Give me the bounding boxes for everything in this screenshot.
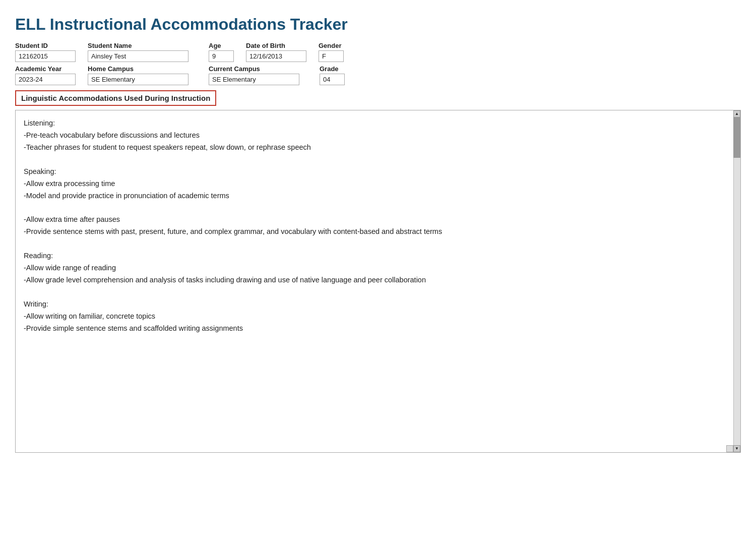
current-campus-label: Current Campus	[209, 65, 299, 74]
age-cell: Age 9	[209, 42, 234, 62]
grade-value: 04	[320, 74, 345, 85]
student-name-value: Ainsley Test	[88, 50, 188, 62]
grade-cell: Grade 04	[320, 65, 345, 85]
dob-cell: Date of Birth 12/16/2013	[246, 42, 306, 62]
dob-label: Date of Birth	[246, 42, 306, 50]
dob-value: 12/16/2013	[246, 50, 306, 62]
grade-label: Grade	[320, 65, 345, 74]
scrollbar-track[interactable]: ▲ ▼	[733, 110, 740, 452]
student-id-label: Student ID	[15, 42, 76, 50]
gender-label: Gender	[319, 42, 344, 50]
scrollbar-up-arrow[interactable]: ▲	[733, 110, 740, 117]
section-header: Linguistic Accommodations Used During In…	[15, 90, 216, 106]
scrollbar-down-arrow[interactable]: ▼	[733, 445, 740, 452]
academic-year-value: 2023-24	[15, 74, 76, 85]
home-campus-cell: Home Campus SE Elementary	[88, 65, 188, 85]
student-id-value: 12162015	[15, 50, 76, 62]
content-area[interactable]: Listening: -Pre-teach vocabulary before …	[15, 110, 741, 453]
academic-year-cell: Academic Year 2023-24	[15, 65, 76, 85]
accommodations-text: Listening: -Pre-teach vocabulary before …	[24, 117, 722, 335]
student-info-row-2: Academic Year 2023-24 Home Campus SE Ele…	[15, 65, 741, 85]
academic-year-label: Academic Year	[15, 65, 76, 74]
home-campus-value: SE Elementary	[88, 74, 188, 85]
age-label: Age	[209, 42, 234, 50]
student-name-label: Student Name	[88, 42, 188, 50]
home-campus-label: Home Campus	[88, 65, 188, 74]
resize-handle[interactable]	[726, 445, 733, 452]
age-value: 9	[209, 50, 234, 62]
current-campus-value: SE Elementary	[209, 74, 299, 85]
student-name-cell: Student Name Ainsley Test	[88, 42, 188, 62]
student-info-row-1: Student ID 12162015 Student Name Ainsley…	[15, 42, 741, 62]
gender-cell: Gender F	[319, 42, 344, 62]
gender-value: F	[319, 50, 344, 62]
page-title: ELL Instructional Accommodations Tracker	[15, 15, 741, 34]
scrollbar-thumb[interactable]	[733, 117, 740, 158]
student-id-cell: Student ID 12162015	[15, 42, 76, 62]
current-campus-cell: Current Campus SE Elementary	[209, 65, 299, 85]
